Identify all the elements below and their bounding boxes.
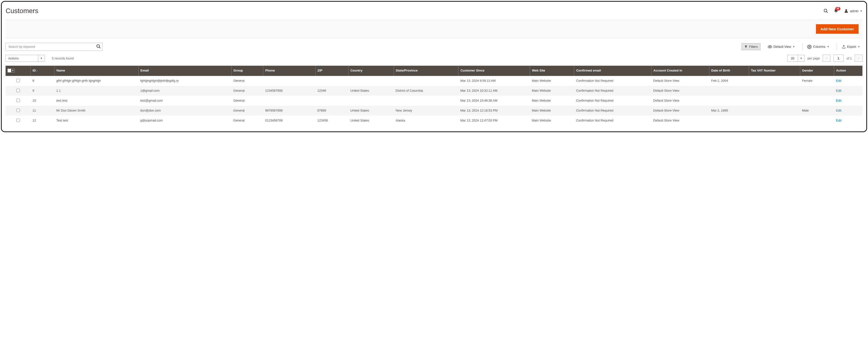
- header-actions: 39 admin ▼: [824, 8, 862, 13]
- table-row[interactable]: 12Test testg@yopmail.comGeneral012345678…: [6, 116, 862, 125]
- default-view-button[interactable]: Default View ▼: [765, 43, 798, 51]
- actions-dropdown[interactable]: Actions ▼: [6, 55, 45, 62]
- next-page-button[interactable]: [855, 55, 862, 62]
- table-row[interactable]: 91 11@gmail.comGeneral123456789012346Uni…: [6, 86, 862, 96]
- svg-point-0: [824, 9, 827, 12]
- col-web-site[interactable]: Web Site: [530, 66, 574, 76]
- cell-phone: 9876567899: [263, 106, 316, 116]
- cell-country: United States: [348, 106, 394, 116]
- cell-id: 12: [31, 116, 54, 125]
- prev-page-button[interactable]: [823, 55, 831, 62]
- cell-name: Mr Don Daven Smith: [55, 106, 138, 116]
- cell-country: [348, 76, 394, 86]
- cell-dob: [709, 116, 749, 125]
- page-container: Customers 39 admin ▼ Add New Customer: [1, 1, 867, 132]
- edit-link[interactable]: Edit: [836, 89, 841, 92]
- col-phone[interactable]: Phone: [263, 66, 316, 76]
- table-head: ▼ ID↓ Name Email Group Phone ZIP Country…: [6, 66, 862, 76]
- col-dob[interactable]: Date of Birth: [709, 66, 749, 76]
- col-country[interactable]: Country: [348, 66, 394, 76]
- col-id[interactable]: ID↓: [31, 66, 54, 76]
- select-all-checkbox[interactable]: ▼: [7, 68, 15, 73]
- notifications-icon[interactable]: 39: [834, 8, 838, 13]
- col-group[interactable]: Group: [231, 66, 263, 76]
- search-icon[interactable]: [824, 8, 828, 13]
- svg-point-3: [97, 45, 100, 48]
- filters-button[interactable]: Filters: [742, 43, 760, 50]
- search-wrap: [6, 43, 102, 51]
- page-title: Customers: [6, 7, 38, 15]
- cell-name: gfhf gfhfgh gfhfgh ghfh fghghfgh: [55, 76, 138, 86]
- row-checkbox[interactable]: [17, 99, 20, 102]
- col-state[interactable]: State/Province: [394, 66, 459, 76]
- col-customer-since[interactable]: Customer Since: [459, 66, 530, 76]
- columns-button[interactable]: Columns ▼: [802, 43, 832, 51]
- edit-link[interactable]: Edit: [836, 99, 841, 102]
- svg-point-2: [845, 9, 847, 11]
- filters-label: Filters: [749, 45, 757, 49]
- cell-phone: 1234567890: [263, 86, 316, 96]
- select-all-header[interactable]: ▼: [6, 66, 31, 76]
- col-zip[interactable]: ZIP: [315, 66, 348, 76]
- cell-web_site: Main Website: [530, 76, 574, 86]
- search-icon: [96, 44, 101, 49]
- col-confirmed-email[interactable]: Confirmed email: [574, 66, 651, 76]
- search-input[interactable]: [6, 43, 102, 51]
- funnel-icon: [744, 45, 748, 49]
- chevron-down-icon: ▼: [827, 45, 830, 48]
- admin-user-label: admin: [850, 9, 859, 13]
- cell-confirmed_email: Confirmation Not Required: [574, 96, 651, 106]
- cell-email: g@yopmail.com: [138, 116, 231, 125]
- eye-icon: [768, 45, 772, 49]
- cell-customer_since: Mar 13, 2024 9:58:13 AM: [459, 76, 530, 86]
- search-button[interactable]: [96, 44, 101, 50]
- cell-email: test@gmail.com: [138, 96, 231, 106]
- cell-phone: [263, 96, 316, 106]
- cell-name: test test: [55, 96, 138, 106]
- cell-customer_since: Mar 13, 2024 12:47:03 PM: [459, 116, 530, 125]
- sub-toolbar-left: Actions ▼ 5 records found: [6, 55, 74, 62]
- cell-id: 11: [31, 106, 54, 116]
- col-tax-vat[interactable]: Tax VAT Number: [749, 66, 800, 76]
- row-checkbox[interactable]: [17, 89, 20, 92]
- cell-tax_vat: [749, 76, 800, 86]
- edit-link[interactable]: Edit: [836, 109, 841, 112]
- cell-gender: Male: [800, 106, 834, 116]
- add-new-customer-button[interactable]: Add New Customer: [816, 24, 859, 34]
- row-checkbox[interactable]: [17, 79, 20, 82]
- per-page-select[interactable]: 20 ▼: [787, 55, 805, 62]
- cell-account_created_in: Default Store View: [651, 116, 709, 125]
- svg-point-6: [809, 46, 810, 47]
- cell-country: United States: [348, 116, 394, 125]
- view-controls: Filters Default View ▼ Columns ▼ Export …: [742, 43, 862, 51]
- col-email[interactable]: Email: [138, 66, 231, 76]
- cell-tax_vat: [749, 86, 800, 96]
- table-row[interactable]: 10test testtest@gmail.comGeneralMar 13, …: [6, 96, 862, 106]
- cell-state: Alaska: [394, 116, 459, 125]
- admin-user-menu[interactable]: admin ▼: [844, 8, 862, 13]
- edit-link[interactable]: Edit: [836, 79, 841, 82]
- table-body: 8gfhf gfhfgh gfhfgh ghfh fghghfghfghfghg…: [6, 76, 862, 125]
- primary-actions-bar: Add New Customer: [6, 20, 862, 38]
- chevron-down-icon: ▼: [793, 45, 795, 48]
- cell-account_created_in: Default Store View: [651, 86, 709, 96]
- chevron-down-icon: ▼: [858, 45, 860, 48]
- row-checkbox[interactable]: [17, 109, 20, 112]
- export-button[interactable]: Export ▼: [837, 44, 862, 50]
- cell-account_created_in: Default Store View: [651, 76, 709, 86]
- table-row[interactable]: 11Mr Don Daven Smithdon@don.comGeneral98…: [6, 106, 862, 116]
- cell-group: General: [231, 116, 263, 125]
- cell-tax_vat: [749, 116, 800, 125]
- page-of-label: of 1: [846, 57, 852, 60]
- col-name[interactable]: Name: [55, 66, 138, 76]
- col-gender[interactable]: Gender: [800, 66, 834, 76]
- row-checkbox[interactable]: [17, 119, 20, 122]
- edit-link[interactable]: Edit: [836, 119, 841, 122]
- chevron-down-icon: ▼: [798, 55, 804, 62]
- page-number-input[interactable]: [833, 55, 843, 62]
- table-row[interactable]: 8gfhf gfhfgh gfhfgh ghfh fghghfghfghfghg…: [6, 76, 862, 86]
- col-account-created-in[interactable]: Account Created in: [651, 66, 709, 76]
- cell-group: General: [231, 106, 263, 116]
- col-action[interactable]: Action: [834, 66, 862, 76]
- export-label: Export: [847, 45, 857, 49]
